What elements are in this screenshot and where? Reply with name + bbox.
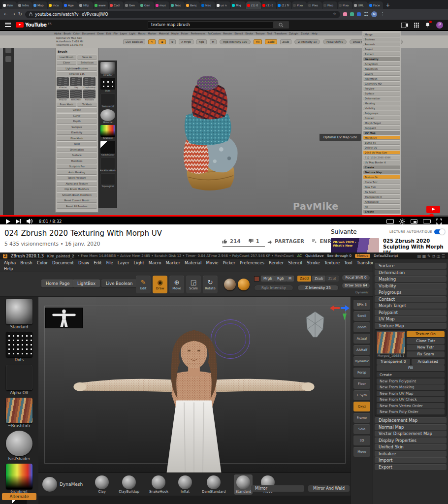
zcut-button[interactable]: Zcut bbox=[326, 276, 339, 282]
sculpt-model-figure[interactable] bbox=[71, 321, 317, 472]
extension-icon[interactable] bbox=[357, 12, 361, 16]
browser-tab[interactable]: Codi bbox=[109, 1, 124, 9]
vz-tray-item[interactable]: XTractor bbox=[100, 62, 116, 76]
browser-tab[interactable]: mus bbox=[155, 1, 169, 9]
browser-tab[interactable]: Map bbox=[32, 1, 47, 9]
youtube-video-watermark[interactable] bbox=[426, 206, 440, 213]
tool-section-deformation[interactable]: Deformation bbox=[375, 270, 447, 276]
vz-right-item[interactable]: Bump 50 bbox=[363, 140, 400, 145]
vz-menu-item[interactable]: Picker bbox=[181, 32, 189, 35]
canvas-viewport[interactable] bbox=[38, 297, 351, 472]
browser-tab[interactable]: Pixo bbox=[307, 1, 322, 9]
menu-item-layer[interactable]: Layer bbox=[118, 260, 129, 265]
vz-zsub-button[interactable]: Zsub bbox=[280, 39, 292, 44]
vz-tray-item[interactable]: Topological bbox=[100, 173, 116, 188]
menu-item-file[interactable]: File bbox=[106, 260, 113, 265]
like-button[interactable]: 214 bbox=[222, 238, 241, 244]
browser-profile-avatar[interactable]: N bbox=[371, 11, 377, 17]
vz-menu-item[interactable]: Brush bbox=[64, 32, 70, 35]
vz-draw-icon[interactable]: ◉ bbox=[159, 39, 166, 44]
shelf-floor-button[interactable]: Floor bbox=[353, 379, 370, 389]
vz-brush-thumb[interactable]: ClayBuildup bbox=[83, 77, 96, 89]
browser-tab[interactable]: Gen bbox=[124, 1, 139, 9]
tool-section-morph-target[interactable]: Morph Target bbox=[375, 303, 447, 309]
vz-live-boolean[interactable]: Live Boolean bbox=[123, 39, 145, 44]
vz-brush-button[interactable]: Save As bbox=[77, 55, 97, 60]
vz-menu-item[interactable]: Light bbox=[129, 32, 135, 35]
live-boolean-button[interactable]: Live Boolean bbox=[101, 280, 137, 287]
vz-right-item[interactable]: NanoMesh bbox=[363, 66, 400, 71]
vz-right-item[interactable]: Contact bbox=[363, 116, 400, 120]
menu-item-light[interactable]: Light bbox=[134, 260, 144, 265]
browser-tab[interactable]: Nao bbox=[200, 1, 215, 9]
vz-right-item[interactable]: Visibility bbox=[363, 106, 400, 110]
reload-icon[interactable]: ↻ bbox=[18, 12, 22, 17]
vz-menu-item[interactable]: Layer bbox=[120, 32, 127, 35]
browser-menu-icon[interactable]: ⋮ bbox=[380, 12, 385, 17]
vz-brush-section[interactable]: Curve bbox=[57, 113, 97, 118]
left-tray-item[interactable]: Gradient bbox=[4, 464, 34, 494]
vz-menu-item[interactable]: Tool bbox=[267, 32, 272, 35]
tool-section-displacement-map[interactable]: Displacement Map bbox=[375, 417, 447, 423]
browser-tab[interactable]: Teac bbox=[170, 1, 185, 9]
sculptris-sphere-button[interactable] bbox=[224, 279, 236, 290]
vz-brush-section[interactable]: Create bbox=[57, 107, 97, 112]
volume-icon[interactable] bbox=[27, 219, 33, 224]
alternate-button[interactable]: Alternate bbox=[2, 493, 36, 500]
browser-tab[interactable]: Miq bbox=[231, 1, 246, 9]
miniplayer-icon[interactable] bbox=[411, 219, 417, 224]
shelf-persp-button[interactable]: Persp bbox=[353, 368, 370, 378]
menu-item-texture[interactable]: Texture bbox=[324, 260, 340, 265]
vz-right-item[interactable]: Create bbox=[363, 165, 400, 169]
menu-item-preferences[interactable]: Preferences bbox=[240, 260, 264, 265]
vz-brush-section[interactable]: Modifiers bbox=[57, 158, 97, 163]
vz-right-item[interactable]: Morph UV bbox=[363, 135, 400, 140]
vz-brush-thumb[interactable]: Standard bbox=[83, 90, 96, 101]
vz-right-item[interactable]: Clone Txtr bbox=[363, 180, 400, 184]
browser-tab[interactable]: (1) E bbox=[261, 1, 276, 9]
vz-focal-shift-slider[interactable]: Focal Shift 0 bbox=[323, 39, 347, 44]
vz-right-item[interactable]: Preview bbox=[363, 86, 400, 91]
browser-tab[interactable]: Face bbox=[368, 1, 383, 9]
vz-brush-section[interactable]: Samples bbox=[57, 125, 97, 129]
shelf-solo-button[interactable]: Solo bbox=[353, 424, 370, 434]
video-player[interactable]: AlphaBrushColorDocumentDrawEditFileLayer… bbox=[0, 30, 448, 224]
create-item[interactable]: New From UV Map bbox=[377, 391, 445, 396]
vz-brush-button[interactable]: Clone bbox=[57, 60, 76, 65]
vz-right-item[interactable]: UV Map Border 4 bbox=[363, 160, 400, 164]
browser-tab[interactable]: Pixo bbox=[322, 1, 337, 9]
browser-tab[interactable]: URL bbox=[353, 1, 368, 9]
shelf-scroll-button[interactable]: Scroll bbox=[353, 311, 370, 321]
antialiased-button[interactable]: Antialiased bbox=[412, 359, 445, 365]
create-item[interactable]: New From Vertex Order bbox=[377, 403, 445, 409]
vz-menu-item[interactable]: Stroke bbox=[245, 32, 253, 35]
tool-section-polypaint[interactable]: Polypaint bbox=[375, 310, 447, 315]
clone-txtr-button[interactable]: Clone Txtr bbox=[407, 338, 445, 344]
vz-edit-icon[interactable]: ✎ bbox=[148, 39, 156, 44]
vz-brush-button[interactable]: Load Brush bbox=[57, 55, 76, 60]
menu-item-draw[interactable]: Draw bbox=[78, 260, 89, 265]
move-mode-button[interactable]: ⊕Move bbox=[169, 276, 184, 293]
vz-right-item[interactable]: Texture Map bbox=[363, 170, 400, 174]
vz-menu-item[interactable]: Stencil bbox=[234, 32, 243, 35]
scale-mode-button[interactable]: ◲Scale bbox=[186, 276, 201, 293]
vz-right-item[interactable]: 512 1024 2048 4096 bbox=[363, 155, 400, 159]
dynamic-label[interactable]: Dynamic bbox=[355, 290, 368, 294]
autoplay-toggle[interactable] bbox=[434, 229, 445, 234]
extension-icon[interactable] bbox=[350, 12, 354, 16]
new-txtr-button[interactable]: New Txtr bbox=[407, 345, 445, 350]
bottom-brush-inflat[interactable]: Inflat bbox=[177, 474, 193, 495]
forward-icon[interactable]: → bbox=[11, 12, 15, 17]
vz-rgb-button[interactable]: Rgb bbox=[196, 39, 207, 44]
vz-menu-item[interactable]: Movie bbox=[171, 32, 179, 35]
vz-right-item[interactable]: Surface bbox=[363, 91, 400, 95]
browser-tab[interactable]: www bbox=[94, 1, 108, 9]
browser-tab[interactable]: Age bbox=[63, 1, 78, 9]
play-button[interactable] bbox=[6, 219, 10, 224]
vz-right-item[interactable]: Deformation bbox=[363, 96, 400, 100]
search-button[interactable] bbox=[273, 21, 289, 29]
vz-brush-section[interactable]: Orientation bbox=[57, 147, 97, 152]
vz-brush-section[interactable]: Sculptris Pro bbox=[57, 164, 97, 169]
vz-menu-item[interactable]: Help bbox=[312, 32, 317, 35]
menus-button[interactable]: Menus bbox=[355, 254, 370, 258]
